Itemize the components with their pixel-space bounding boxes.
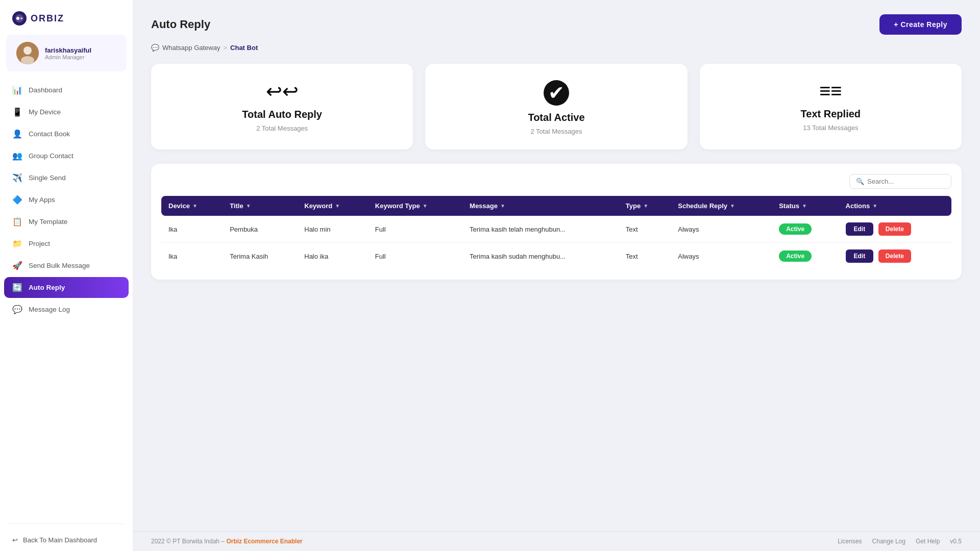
stat-icon-2: ≡≡: [819, 80, 842, 102]
create-reply-button[interactable]: + Create Reply: [879, 14, 962, 35]
page-header: Auto Reply + Create Reply: [151, 14, 962, 35]
sidebar-item-contact-book[interactable]: 👤 Contact Book: [4, 123, 129, 144]
cell-1-row-1: Terima Kasih: [223, 243, 297, 270]
stat-sub-2: 13 Total Messages: [803, 124, 858, 132]
footer-version: v0.5: [950, 538, 962, 545]
sidebar-item-label: Single Send: [29, 174, 66, 182]
sidebar-item-send-bulk-message[interactable]: 🚀 Send Bulk Message: [4, 255, 129, 276]
sidebar-item-message-log[interactable]: 💬 Message Log: [4, 299, 129, 320]
filter-icon[interactable]: ▼: [335, 203, 340, 209]
cell-2-row-1: Halo ika: [297, 243, 368, 270]
svg-point-2: [20, 17, 22, 19]
main-content: Auto Reply + Create Reply 💬 Whatsapp Gat…: [133, 0, 980, 551]
filter-icon[interactable]: ▼: [643, 203, 648, 209]
search-icon: 🔍: [856, 178, 864, 185]
actions-cell-row-1: Edit Delete: [839, 243, 951, 270]
breadcrumb: 💬 Whatsapp Gateway > Chat Bot: [151, 44, 962, 52]
delete-button-row-1[interactable]: Delete: [878, 249, 911, 263]
my-apps-icon: 🔷: [12, 195, 22, 205]
svg-point-1: [16, 17, 19, 20]
cell-3-row-0: Full: [368, 216, 462, 243]
edit-button-row-0[interactable]: Edit: [846, 222, 874, 236]
sidebar-item-label: My Template: [29, 218, 67, 226]
cell-4-row-0: Terima kasih telah menghubun...: [462, 216, 619, 243]
sidebar-item-label: Auto Reply: [29, 284, 65, 291]
filter-icon[interactable]: ▼: [246, 203, 251, 209]
contact-book-icon: 👤: [12, 129, 22, 139]
copyright-text: 2022 © PT Borwita Indah –: [151, 538, 225, 545]
status-cell-row-1: Active: [772, 243, 838, 270]
group-contact-icon: 👥: [12, 151, 22, 161]
auto-reply-icon: 🔄: [12, 283, 22, 292]
sidebar-item-dashboard[interactable]: 📊 Dashboard: [4, 80, 129, 101]
my-template-icon: 📋: [12, 217, 22, 227]
status-badge: Active: [779, 251, 812, 262]
footer-link-get-help[interactable]: Get Help: [916, 538, 940, 545]
sidebar-item-label: Group Contact: [29, 152, 74, 160]
stat-sub-0: 2 Total Messages: [256, 124, 308, 132]
cell-2-row-0: Halo min: [297, 216, 368, 243]
user-profile: fariskhasyaiful Admin Manager: [6, 35, 127, 71]
sidebar: ORBIZ fariskhasyaiful Admin Manager 📊 Da…: [0, 0, 133, 551]
back-to-main[interactable]: ↩ Back To Main Dashboard: [0, 529, 133, 551]
cell-4-row-1: Terima kasih sudah menghubu...: [462, 243, 619, 270]
user-role: Admin Manager: [45, 54, 91, 60]
breadcrumb-parent[interactable]: Whatsapp Gateway: [162, 44, 220, 52]
cell-0-row-1: Ika: [161, 243, 223, 270]
table-header: Device▼Title▼Keyword▼Keyword Type▼Messag…: [161, 196, 951, 216]
footer-link-licenses[interactable]: Licenses: [838, 538, 862, 545]
stat-title-1: Total Active: [528, 112, 584, 123]
svg-point-5: [21, 56, 34, 64]
stat-cards: ↩↩ Total Auto Reply 2 Total Messages✔ To…: [151, 64, 962, 149]
send-bulk-message-icon: 🚀: [12, 261, 22, 270]
search-box[interactable]: 🔍: [849, 174, 951, 189]
sidebar-item-single-send[interactable]: ✈️ Single Send: [4, 167, 129, 188]
table-row: IkaTerima KasihHalo ikaFullTerima kasih …: [161, 243, 951, 270]
table-row: IkaPembukaHalo minFullTerima kasih telah…: [161, 216, 951, 243]
footer-links: LicensesChange LogGet Helpv0.5: [838, 538, 962, 545]
stat-card-0: ↩↩ Total Auto Reply 2 Total Messages: [151, 64, 413, 149]
status-cell-row-0: Active: [772, 216, 838, 243]
message-log-icon: 💬: [12, 305, 22, 314]
filter-icon[interactable]: ▼: [730, 203, 735, 209]
filter-icon[interactable]: ▼: [192, 203, 198, 209]
user-name: fariskhasyaiful: [45, 46, 91, 54]
breadcrumb-separator: >: [223, 44, 227, 52]
sidebar-item-auto-reply[interactable]: 🔄 Auto Reply: [4, 277, 129, 298]
col-actions: Actions▼: [839, 196, 951, 216]
single-send-icon: ✈️: [12, 173, 22, 183]
back-icon: ↩: [12, 536, 18, 544]
sidebar-item-group-contact[interactable]: 👥 Group Contact: [4, 145, 129, 166]
filter-icon[interactable]: ▼: [500, 203, 505, 209]
sidebar-item-my-device[interactable]: 📱 My Device: [4, 102, 129, 122]
project-icon: 📁: [12, 239, 22, 248]
delete-button-row-0[interactable]: Delete: [878, 222, 911, 236]
footer: 2022 © PT Borwita Indah – Orbiz Ecommerc…: [133, 531, 980, 551]
sidebar-item-project[interactable]: 📁 Project: [4, 233, 129, 254]
whatsapp-icon: 💬: [151, 44, 159, 52]
footer-link-change-log[interactable]: Change Log: [872, 538, 905, 545]
edit-button-row-1[interactable]: Edit: [846, 249, 874, 263]
cell-6-row-0: Always: [671, 216, 772, 243]
filter-icon[interactable]: ▼: [802, 203, 807, 209]
footer-copyright: 2022 © PT Borwita Indah – Orbiz Ecommerc…: [151, 538, 303, 545]
auto-reply-table: Device▼Title▼Keyword▼Keyword Type▼Messag…: [161, 196, 951, 269]
col-type: Type▼: [619, 196, 671, 216]
stat-icon-0: ↩↩: [266, 80, 299, 103]
logo-icon: [12, 11, 27, 26]
cell-5-row-1: Text: [619, 243, 671, 270]
sidebar-item-label: My Apps: [29, 196, 55, 204]
back-label: Back To Main Dashboard: [23, 536, 97, 544]
col-schedule-reply: Schedule Reply▼: [671, 196, 772, 216]
cell-3-row-1: Full: [368, 243, 462, 270]
stat-sub-1: 2 Total Messages: [531, 128, 582, 135]
sidebar-item-my-apps[interactable]: 🔷 My Apps: [4, 189, 129, 210]
footer-brand: Orbiz Ecommerce Enabler: [226, 538, 302, 545]
sidebar-item-label: Contact Book: [29, 130, 70, 138]
col-keyword-type: Keyword Type▼: [368, 196, 462, 216]
sidebar-item-my-template[interactable]: 📋 My Template: [4, 211, 129, 232]
search-input[interactable]: [867, 178, 945, 185]
stat-card-2: ≡≡ Text Replied 13 Total Messages: [700, 64, 962, 149]
filter-icon[interactable]: ▼: [423, 203, 428, 209]
filter-icon[interactable]: ▼: [872, 203, 877, 209]
